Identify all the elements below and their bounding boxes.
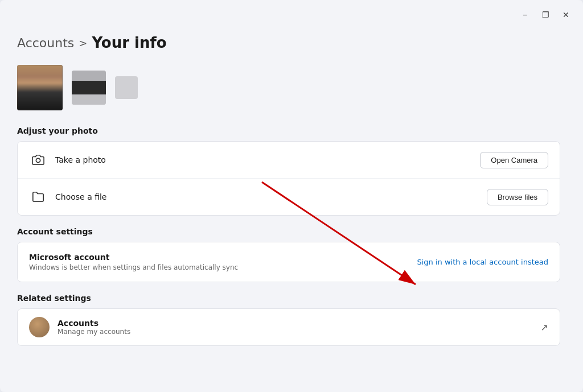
minimize-button[interactable]: −	[517, 7, 533, 23]
account-settings-label: Account settings	[17, 227, 560, 236]
maximize-button[interactable]: ❐	[537, 7, 553, 23]
choose-file-row: Choose a file Browse files	[18, 179, 560, 215]
take-photo-label: Take a photo	[55, 155, 480, 164]
avatar-small-mid	[72, 81, 106, 94]
avatar-small	[72, 71, 106, 105]
window-controls: − ❐ ✕	[517, 7, 574, 23]
breadcrumb-current: Your info	[92, 34, 166, 51]
microsoft-account-title: Microsoft account	[29, 253, 417, 262]
external-link-icon: ↗	[541, 322, 548, 333]
svg-point-0	[36, 158, 40, 162]
accounts-avatar-image	[29, 317, 50, 337]
adjust-photo-card: Take a photo Open Camera Choose a file B…	[17, 141, 560, 216]
camera-icon	[29, 151, 47, 169]
open-camera-button[interactable]: Open Camera	[480, 152, 548, 168]
account-settings-card: Microsoft account Windows is better when…	[17, 242, 560, 282]
avatar-main	[17, 65, 63, 110]
accounts-related-card[interactable]: Accounts Manage my accounts ↗	[17, 308, 560, 346]
close-button[interactable]: ✕	[558, 7, 574, 23]
account-card-text: Microsoft account Windows is better when…	[29, 253, 417, 271]
adjust-photo-label: Adjust your photo	[17, 126, 560, 135]
avatar-section	[17, 65, 560, 110]
take-photo-row: Take a photo Open Camera	[18, 142, 560, 179]
breadcrumb-accounts[interactable]: Accounts	[17, 36, 74, 50]
local-account-link[interactable]: Sign in with a local account instead	[417, 258, 548, 266]
title-bar: − ❐ ✕	[0, 0, 583, 23]
avatar-tiny	[115, 76, 138, 99]
folder-icon	[29, 188, 47, 206]
browse-files-button[interactable]: Browse files	[487, 189, 548, 205]
content-area: Accounts > Your info Adjust your photo	[0, 23, 583, 392]
breadcrumb: Accounts > Your info	[17, 34, 560, 51]
accounts-related-subtitle: Manage my accounts	[58, 328, 541, 336]
choose-file-label: Choose a file	[55, 192, 487, 201]
microsoft-account-subtitle: Windows is better when settings and file…	[29, 263, 417, 271]
avatar-small-bot	[72, 94, 106, 105]
avatar-small-top	[72, 71, 106, 81]
accounts-related-title: Accounts	[58, 319, 541, 328]
settings-window: − ❐ ✕ Accounts > Your info Adjust your p…	[0, 0, 583, 392]
related-settings-label: Related settings	[17, 294, 560, 303]
breadcrumb-separator: >	[79, 37, 87, 49]
avatar-main-image	[17, 65, 63, 110]
accounts-related-text: Accounts Manage my accounts	[58, 319, 541, 336]
accounts-avatar	[29, 317, 50, 337]
